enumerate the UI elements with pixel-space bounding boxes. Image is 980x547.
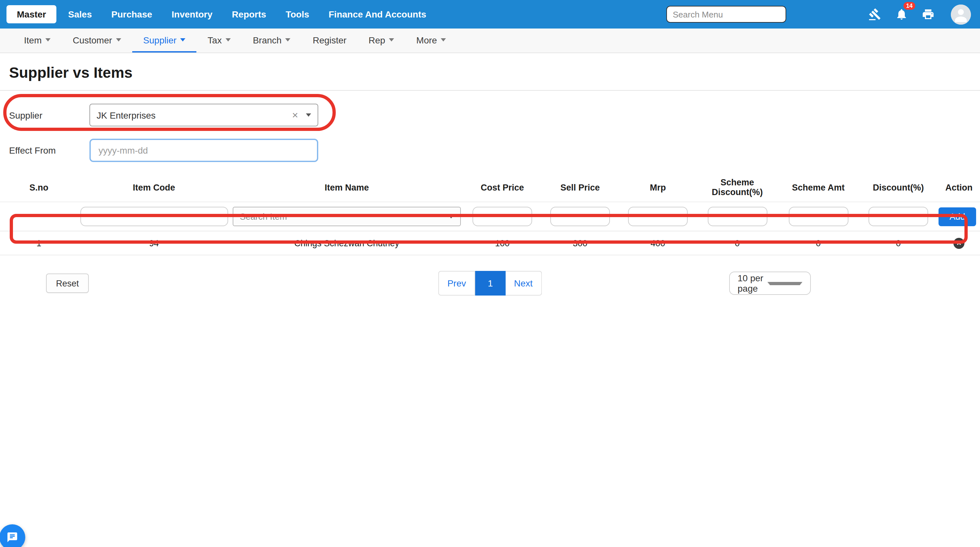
topnav-item-inventory[interactable]: Inventory [172, 9, 213, 19]
col-header-mrp: Mrp [619, 174, 697, 202]
subnav-item-label: Supplier [143, 35, 177, 45]
col-header-action: Action [938, 174, 980, 202]
list-footer: Reset Prev 1 Next 10 per page [0, 271, 980, 310]
subnav-item-item[interactable]: Item [13, 29, 62, 52]
gavel-icon[interactable] [867, 6, 883, 22]
col-header-scheme-amt: Scheme Amt [778, 174, 859, 202]
search-menu-input[interactable] [666, 6, 786, 23]
table-entry-row: Search Item Add [0, 202, 980, 231]
supplier-filter-row: Supplier JK Enterprises × [9, 104, 980, 126]
subnav-item-supplier[interactable]: Supplier [132, 29, 197, 52]
discount-input[interactable] [869, 207, 928, 226]
per-page-select[interactable]: 10 per page [729, 272, 811, 295]
filters-section: Supplier JK Enterprises × Effect From [0, 91, 980, 162]
subnav-item-label: Customer [73, 35, 112, 45]
subnav-item-label: Register [313, 35, 347, 45]
col-header-item-name: Item Name [230, 174, 463, 202]
subnav-item-register[interactable]: Register [302, 29, 358, 52]
supplier-selected-value: JK Enterprises [97, 110, 292, 120]
col-header-cost-price: Cost Price [463, 174, 541, 202]
pagination-next-button[interactable]: Next [506, 271, 542, 296]
subnav-item-label: Branch [253, 35, 282, 45]
chevron-down-icon [449, 215, 454, 218]
cell-sno: 1 [0, 231, 78, 255]
subnav-item-branch[interactable]: Branch [242, 29, 302, 52]
clear-selection-icon[interactable]: × [292, 110, 298, 120]
subnav-item-label: Tax [208, 35, 222, 45]
top-navigation: Sales Purchase Inventory Reports Tools F… [68, 9, 426, 19]
topbar: Master Sales Purchase Inventory Reports … [0, 0, 980, 29]
per-page-value: 10 per page [738, 273, 767, 294]
scheme-amt-input[interactable] [789, 207, 848, 226]
col-header-item-code: Item Code [78, 174, 230, 202]
chat-icon [6, 531, 18, 543]
item-code-input[interactable] [80, 207, 228, 226]
add-button[interactable]: Add [939, 207, 976, 226]
sell-price-input[interactable] [550, 207, 610, 226]
chevron-down-icon [116, 38, 121, 41]
cell-cost-price: 100 [463, 231, 541, 255]
chevron-down-icon [45, 38, 51, 41]
supplier-items-table: S.no Item Code Item Name Cost Price Sell… [0, 174, 980, 255]
effect-from-filter-row: Effect From [9, 139, 980, 162]
col-header-sno: S.no [0, 174, 78, 202]
supplier-label: Supplier [9, 110, 89, 120]
subnav-item-label: Item [24, 35, 41, 45]
supplier-items-table-area: S.no Item Code Item Name Cost Price Sell… [0, 174, 980, 255]
chevron-down-icon [767, 281, 802, 285]
chevron-down-icon [285, 38, 291, 41]
reset-button[interactable]: Reset [46, 274, 89, 293]
subnav-item-label: More [417, 35, 437, 45]
item-search-placeholder: Search Item [240, 211, 449, 221]
notification-count-badge: 14 [904, 2, 915, 10]
topnav-item-purchase[interactable]: Purchase [111, 9, 152, 19]
chevron-down-icon [441, 38, 446, 41]
delete-row-icon[interactable]: × [953, 237, 964, 248]
effect-from-date-input[interactable] [89, 139, 318, 162]
topnav-item-reports[interactable]: Reports [232, 9, 266, 19]
col-header-sell-price: Sell Price [541, 174, 619, 202]
subnav-item-tax[interactable]: Tax [197, 29, 242, 52]
topbar-icons: 14 [867, 4, 971, 24]
printer-icon[interactable] [920, 6, 936, 22]
cell-scheme-discount: 0 [697, 231, 778, 255]
cell-sell-price: 300 [541, 231, 619, 255]
pagination-page-1[interactable]: 1 [475, 271, 506, 296]
cell-item-name: Chings Schezwan Chutney [230, 231, 463, 255]
table-header-row: S.no Item Code Item Name Cost Price Sell… [0, 174, 980, 202]
cell-discount: 0 [859, 231, 938, 255]
page-title: Supplier vs Items [9, 64, 980, 82]
chat-widget-button[interactable] [0, 524, 25, 547]
mrp-input[interactable] [628, 207, 688, 226]
col-header-scheme-discount: Scheme Discount(%) [697, 174, 778, 202]
subnav-item-label: Rep [369, 35, 385, 45]
cost-price-input[interactable] [473, 207, 532, 226]
master-subnav: Item Customer Supplier Tax Branch Regist… [0, 29, 980, 53]
pagination: Prev 1 Next [438, 271, 541, 296]
app-screen: Master Sales Purchase Inventory Reports … [0, 0, 980, 547]
subnav-item-rep[interactable]: Rep [358, 29, 405, 52]
supplier-select[interactable]: JK Enterprises × [89, 104, 318, 126]
master-menu-button[interactable]: Master [6, 5, 56, 23]
topnav-item-sales[interactable]: Sales [68, 9, 92, 19]
chevron-down-icon [180, 38, 186, 41]
chevron-down-icon [389, 38, 395, 41]
chevron-down-icon [306, 113, 311, 117]
cell-item-code: 94 [78, 231, 230, 255]
cell-scheme-amt: 0 [778, 231, 859, 255]
subnav-item-customer[interactable]: Customer [62, 29, 132, 52]
user-avatar[interactable] [951, 4, 971, 24]
pagination-prev-button[interactable]: Prev [438, 271, 475, 296]
topnav-item-tools[interactable]: Tools [285, 9, 309, 19]
cell-mrp: 400 [619, 231, 697, 255]
topnav-item-finance-and-accounts[interactable]: Finance And Accounts [329, 9, 426, 19]
scheme-discount-input[interactable] [708, 207, 767, 226]
effect-from-label: Effect From [9, 145, 89, 156]
chevron-down-icon [226, 38, 231, 41]
table-row: 1 94 Chings Schezwan Chutney 100 300 400… [0, 231, 980, 255]
col-header-discount: Discount(%) [859, 174, 938, 202]
item-search-select[interactable]: Search Item [233, 207, 461, 226]
notifications-bell-icon[interactable]: 14 [894, 6, 909, 22]
subnav-item-more[interactable]: More [406, 29, 457, 52]
